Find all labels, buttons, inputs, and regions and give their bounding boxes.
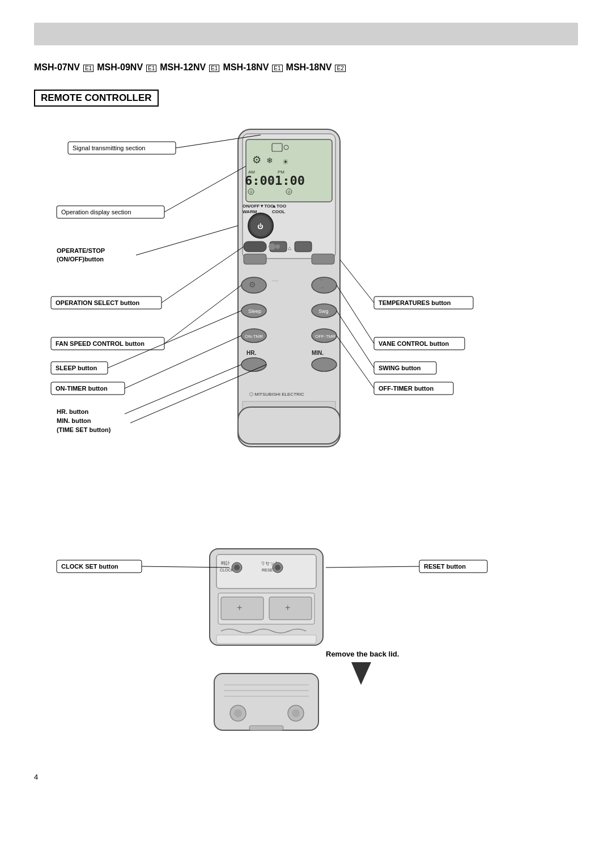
svg-text:(ON/OFF)button: (ON/OFF)button <box>57 256 104 262</box>
model-3-badge: E1 <box>209 65 219 72</box>
svg-text:VANE CONTROL button: VANE CONTROL button <box>379 340 449 347</box>
svg-point-27 <box>275 244 280 249</box>
svg-text:1:00: 1:00 <box>275 173 305 188</box>
svg-text:Sleep: Sleep <box>248 308 261 314</box>
svg-text:MIN.: MIN. <box>312 350 324 356</box>
svg-text:FAN SPEED CONTROL button: FAN SPEED CONTROL button <box>56 340 144 347</box>
svg-point-26 <box>269 243 275 250</box>
svg-line-58 <box>164 166 246 212</box>
svg-line-82 <box>340 260 374 303</box>
svg-point-101 <box>275 565 280 570</box>
svg-rect-108 <box>214 674 318 730</box>
svg-text:TEMPERATURES button: TEMPERATURES button <box>379 299 451 306</box>
svg-text:Swg: Swg <box>318 308 329 314</box>
model-5: MSH-18NV <box>286 62 332 73</box>
svg-text:ON-TIMER button: ON-TIMER button <box>56 385 108 392</box>
section-title: REMOTE CONTROLLER <box>34 90 159 107</box>
svg-text:OFF-TIMER button: OFF-TIMER button <box>379 385 434 392</box>
svg-text:ON-TMR: ON-TMR <box>245 334 263 339</box>
svg-rect-52 <box>238 407 340 444</box>
svg-point-35 <box>312 277 337 293</box>
svg-text:MIN. button: MIN. button <box>57 417 91 424</box>
model-1: MSH-07NV <box>34 62 80 73</box>
svg-rect-103 <box>221 597 264 620</box>
svg-text:SLEEP button: SLEEP button <box>56 365 97 371</box>
svg-text:←: ← <box>320 277 324 282</box>
svg-text:CLOCK SET button: CLOCK SET button <box>61 563 118 570</box>
svg-rect-31 <box>312 254 334 264</box>
bottom-section: 時計 CLOCK リセット RESET + + <box>34 543 578 770</box>
svg-text:COOL: COOL <box>272 209 285 214</box>
svg-marker-117 <box>351 662 371 685</box>
svg-text:⚙: ⚙ <box>252 154 261 166</box>
diagram-area: ⚙ ❄ ☀ AM PM 6:00 ← 1:00 ① ② ON/OFF▼TOO W… <box>34 124 578 520</box>
model-5-badge: E2 <box>335 65 345 72</box>
svg-line-65 <box>162 247 244 303</box>
svg-text:Signal transmitting section: Signal transmitting section <box>73 145 145 151</box>
svg-line-68 <box>164 285 241 344</box>
model-3: MSH-12NV <box>160 62 206 73</box>
svg-text:時計: 時計 <box>221 561 230 566</box>
model-4: MSH-18NV <box>223 62 269 73</box>
top-decorative-bar <box>34 23 578 45</box>
svg-text:△: △ <box>288 245 292 251</box>
remote-controller-diagram: ⚙ ❄ ☀ AM PM 6:00 ← 1:00 ① ② ON/OFF▼TOO W… <box>34 124 578 509</box>
svg-text:OPERATE/STOP: OPERATE/STOP <box>57 247 105 254</box>
svg-point-112 <box>292 709 300 717</box>
svg-point-110 <box>234 709 242 717</box>
svg-line-91 <box>337 336 374 388</box>
svg-text:WARM: WARM <box>243 209 257 214</box>
svg-point-48 <box>241 358 266 371</box>
model-2-badge: E1 <box>146 65 156 72</box>
svg-text:②: ② <box>287 190 291 194</box>
svg-point-97 <box>234 565 240 570</box>
svg-text:←: ← <box>266 177 275 187</box>
svg-text:☀: ☀ <box>282 158 289 166</box>
svg-text:⚙: ⚙ <box>249 280 256 289</box>
model-numbers-line: MSH-07NV E1 MSH-09NV E1 MSH-12NV E1 MSH-… <box>34 62 578 73</box>
svg-rect-107 <box>216 635 316 643</box>
page-number: 4 <box>34 773 38 781</box>
svg-text:❄: ❄ <box>266 156 273 165</box>
back-remote-diagram: 時計 CLOCK リセット RESET + + <box>34 543 578 781</box>
svg-text:(TIME SET button): (TIME SET button) <box>57 426 111 433</box>
svg-line-88 <box>337 311 374 368</box>
svg-text:RESET button: RESET button <box>424 563 466 570</box>
svg-text:OPERATION SELECT button: OPERATION SELECT button <box>56 299 140 306</box>
svg-line-62 <box>136 226 238 255</box>
svg-text:⬡ MITSUBISHI ELECTRIC: ⬡ MITSUBISHI ELECTRIC <box>249 392 304 397</box>
svg-point-49 <box>312 358 337 371</box>
svg-text:OFF-TMR: OFF-TMR <box>315 334 335 339</box>
svg-line-78 <box>125 365 241 414</box>
model-1-badge: E1 <box>83 65 94 72</box>
svg-text:Operation display section: Operation display section <box>61 209 131 215</box>
svg-rect-105 <box>269 597 312 620</box>
svg-text:HR. button: HR. button <box>57 408 88 415</box>
svg-rect-29 <box>295 242 312 252</box>
svg-text:+: + <box>237 603 242 612</box>
svg-line-85 <box>337 285 374 344</box>
svg-rect-116 <box>249 726 283 730</box>
svg-rect-30 <box>244 254 266 264</box>
svg-text:Remove the back lid.: Remove the back lid. <box>326 650 399 658</box>
svg-text:ON/OFF▼TOO: ON/OFF▼TOO <box>243 204 274 209</box>
model-2: MSH-09NV <box>97 62 143 73</box>
svg-text:HR.: HR. <box>246 350 256 356</box>
svg-text:+: + <box>285 603 290 612</box>
svg-text:⏻: ⏻ <box>257 223 264 230</box>
svg-text:.....: ..... <box>272 277 278 282</box>
svg-rect-24 <box>244 242 266 252</box>
svg-text:SWING button: SWING button <box>379 365 421 371</box>
svg-text:→: → <box>320 285 324 290</box>
model-4-badge: E1 <box>272 65 282 72</box>
svg-text:①: ① <box>249 190 253 194</box>
svg-text:▲TOO: ▲TOO <box>272 204 286 209</box>
svg-line-124 <box>326 566 419 568</box>
